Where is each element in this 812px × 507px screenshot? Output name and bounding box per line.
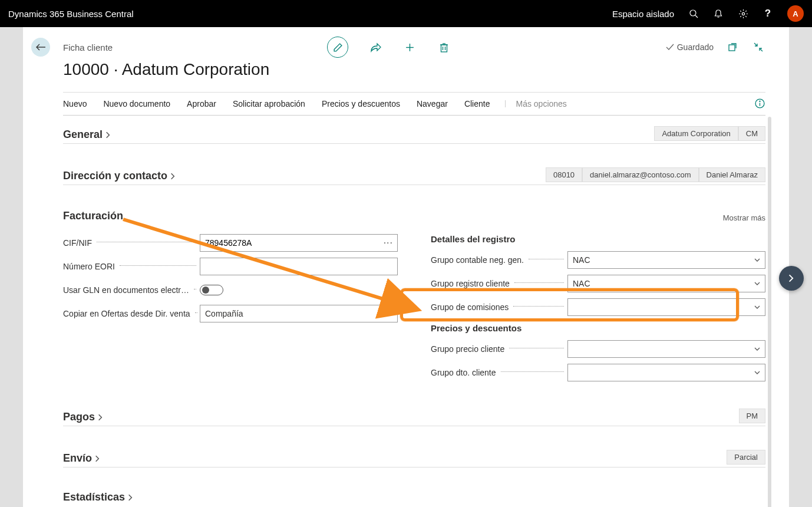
svg-point-0 — [690, 10, 696, 16]
top-bar-right: Espacio aislado ? A — [612, 5, 804, 22]
top-bar: Dynamics 365 Business Central Espacio ai… — [0, 0, 812, 27]
search-icon[interactable] — [688, 8, 699, 19]
svg-line-1 — [695, 15, 698, 18]
avatar[interactable]: A — [787, 5, 804, 22]
settings-icon[interactable] — [738, 8, 748, 19]
svg-point-3 — [742, 12, 744, 15]
notifications-icon[interactable] — [713, 8, 724, 19]
help-icon[interactable]: ? — [763, 8, 773, 19]
environment-label: Espacio aislado — [612, 9, 674, 19]
product-name: Dynamics 365 Business Central — [8, 9, 134, 19]
